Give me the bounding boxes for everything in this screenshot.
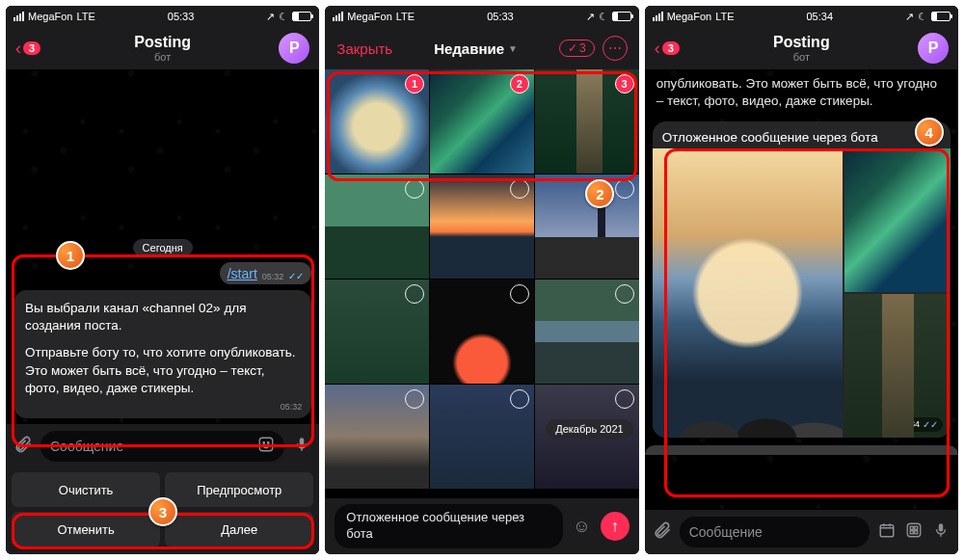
svg-rect-4 (880, 524, 894, 536)
selection-count[interactable]: ✓3 (559, 40, 595, 57)
photo-thumb[interactable] (325, 280, 429, 384)
network-label: LTE (76, 11, 94, 22)
carrier-label: MegaFon (28, 11, 72, 22)
media-message[interactable]: Отложенное сообщение через бота 05:34✓✓ (653, 121, 951, 438)
selection-circle (510, 284, 529, 304)
clear-button[interactable]: Очистить (12, 472, 160, 507)
chat-header: ‹ 3 Posting бот P (6, 27, 319, 69)
bot-keyboard-icon[interactable] (904, 521, 924, 544)
media-album: 05:34✓✓ (653, 148, 951, 438)
message-input[interactable]: Сообщение (680, 517, 870, 547)
photo-thumb[interactable] (535, 280, 639, 384)
emoji-icon[interactable]: ☺ (573, 517, 590, 537)
date-separator: Сегодня (133, 239, 193, 256)
photo-thumb[interactable] (325, 174, 429, 279)
chat-title: Posting (645, 34, 958, 51)
chat-subtitle: бот (645, 51, 958, 63)
moon-icon: ☾ (599, 11, 608, 23)
next-button[interactable]: Далее (165, 512, 313, 547)
outgoing-message[interactable]: /start 05:32 ✓✓ (220, 262, 312, 284)
selection-circle (615, 389, 634, 409)
chevron-left-icon: ‹ (655, 39, 660, 59)
arrow-icon: ↗ (266, 11, 275, 23)
mic-icon[interactable] (931, 521, 951, 544)
photo-thumb[interactable]: 2 (430, 69, 534, 173)
clock: 05:33 (168, 11, 195, 22)
status-bar: MegaFon LTE 05:34 ↗ ☾ (645, 6, 958, 27)
unread-badge: 3 (23, 41, 40, 55)
bot-message[interactable]: Вы выбрали канал «channel 02» для создан… (13, 290, 311, 418)
signal-icon (333, 12, 343, 21)
avatar[interactable]: P (279, 33, 309, 64)
svg-rect-8 (910, 530, 913, 533)
arrow-icon: ↗ (905, 11, 914, 23)
selection-circle (405, 179, 424, 199)
chevron-left-icon: ‹ (15, 39, 21, 59)
phone-screen-2: MegaFon LTE 05:33 ↗ ☾ Закрыть Недавние ▼… (325, 6, 638, 554)
gallery-header: Закрыть Недавние ▼ ✓3 ⋯ (325, 27, 638, 69)
bot-msg-p1: Вы выбрали канал «channel 02» для создан… (25, 300, 300, 334)
cancel-button[interactable]: Отменить (12, 512, 160, 547)
avatar[interactable]: P (918, 33, 949, 64)
unread-badge: 3 (662, 41, 680, 55)
selection-circle (615, 284, 634, 304)
close-button[interactable]: Закрыть (336, 40, 392, 57)
message-input-bar: Сообщение (6, 424, 319, 468)
selection-circle (615, 179, 634, 199)
status-bar: MegaFon LTE 05:33 ↗ ☾ (325, 6, 638, 27)
selection-badge: 3 (615, 74, 634, 93)
preview-button[interactable]: Предпросмотр (165, 472, 313, 507)
selection-circle (405, 284, 424, 304)
attach-icon[interactable] (13, 435, 33, 459)
svg-rect-6 (910, 526, 913, 529)
attach-icon[interactable] (653, 520, 672, 545)
more-button[interactable]: ⋯ (602, 36, 628, 61)
signal-icon (13, 12, 24, 21)
media-photo-2[interactable] (844, 148, 951, 292)
status-bar: MegaFon LTE 05:33 ↗ ☾ (6, 6, 319, 27)
photo-thumb[interactable] (430, 385, 534, 489)
selection-circle (405, 389, 424, 409)
message-input-bar: Сообщение (645, 510, 958, 554)
schedule-icon[interactable] (877, 521, 897, 544)
photo-thumb[interactable] (325, 385, 429, 489)
battery-icon (931, 12, 951, 21)
selection-circle (510, 389, 529, 409)
clock: 05:34 (806, 11, 833, 22)
svg-rect-5 (907, 523, 921, 537)
chat-area: опубликовать. Это может быть всё, что уг… (645, 69, 958, 510)
sticker-icon[interactable] (257, 436, 275, 458)
mic-icon[interactable] (292, 436, 311, 458)
media-photo-1[interactable] (653, 148, 844, 438)
back-button[interactable]: ‹ 3 (15, 39, 40, 59)
photo-thumb[interactable] (430, 174, 534, 279)
selection-badge: 1 (405, 74, 424, 93)
photo-thumb[interactable]: 1 (325, 69, 429, 173)
phone-screen-3: MegaFon LTE 05:34 ↗ ☾ ‹ 3 Posting бот P … (645, 6, 958, 554)
caption-input[interactable]: Отложенное сообщение через бота (335, 504, 563, 548)
clock: 05:33 (487, 11, 514, 22)
photo-thumb[interactable] (430, 280, 534, 384)
chat-header: ‹ 3 Posting бот P (645, 27, 958, 69)
caption-bar: Отложенное сообщение через бота ☺ ↑ (325, 498, 638, 554)
svg-rect-7 (915, 526, 918, 529)
media-photo-3[interactable]: 05:34✓✓ (844, 294, 951, 438)
moon-icon: ☾ (279, 11, 288, 23)
back-button[interactable]: ‹ 3 (655, 39, 680, 59)
message-input[interactable]: Сообщение (40, 431, 284, 462)
photo-thumb[interactable]: 3 (535, 69, 639, 173)
send-button[interactable]: ↑ (601, 512, 629, 541)
message-time: 05:32 (262, 272, 284, 281)
chevron-down-icon: ▼ (508, 43, 518, 54)
svg-point-2 (268, 441, 270, 443)
svg-point-1 (263, 441, 265, 443)
album-selector[interactable]: Недавние ▼ (434, 40, 518, 57)
svg-rect-0 (260, 438, 274, 451)
chat-area: Сегодня /start 05:32 ✓✓ Вы выбрали канал… (6, 69, 319, 424)
month-indicator: Декабрь 2021 (546, 419, 632, 439)
start-command[interactable]: /start (228, 266, 257, 281)
bot-msg-p2: Отправьте боту то, что хотите опубликова… (25, 344, 300, 397)
next-message-peek (645, 445, 958, 455)
moon-icon: ☾ (918, 11, 927, 23)
battery-icon (612, 12, 631, 21)
